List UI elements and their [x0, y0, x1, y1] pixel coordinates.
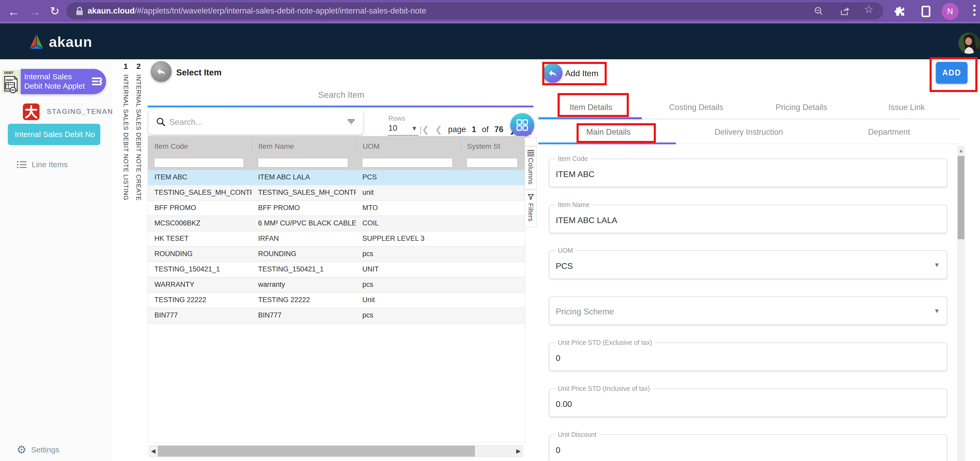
rows-per-page-select[interactable]: 10 [388, 123, 397, 133]
zoom-out-icon[interactable] [814, 6, 824, 16]
line-items-label: Line Items [32, 160, 68, 169]
columns-tab[interactable]: Columns [525, 146, 537, 189]
scroll-right-icon[interactable]: ▶ [516, 445, 521, 457]
vertical-scrollbar[interactable]: ▲ [957, 145, 965, 461]
items-table: Item Code Item Name UOM System St ITEM A… [148, 136, 525, 443]
url-path: /#/applets/tnt/wavelet/erp/internal-sale… [135, 6, 426, 15]
sidebar-doc-button[interactable]: Internal Sales Debit No [8, 124, 100, 145]
sidebar-item-applet[interactable]: Internal Sales Debit Note Applet [21, 69, 106, 94]
grid-icon [515, 118, 529, 132]
unit-price-excl-field[interactable]: Unit Price STD (Exclusive of tax) 0 [549, 343, 947, 371]
back-button[interactable] [151, 61, 172, 82]
filter-input-system-status[interactable] [467, 158, 517, 167]
table-row[interactable]: TESTING_150421_1TESTING_150421_1UNIT [148, 262, 525, 278]
dropdown-caret-icon: ▼ [934, 307, 940, 314]
browser-forward-icon[interactable]: → [29, 3, 41, 21]
filter-funnel-icon [527, 193, 535, 201]
search-input[interactable] [169, 113, 331, 131]
side-panel-icon[interactable] [921, 6, 930, 17]
table-row[interactable]: BIN777BIN777pcs [148, 308, 525, 324]
debit-note-applet-icon: DEBIT DEBIT [2, 70, 21, 94]
sidebar-item-line-items[interactable]: Line Items [17, 160, 68, 169]
search-icon [156, 117, 166, 127]
columns-label: Columns [527, 158, 535, 185]
page-word: page [448, 125, 466, 134]
column-header[interactable]: Item Name [251, 136, 356, 156]
search-box [148, 110, 363, 134]
tab-number: 1 [119, 62, 132, 71]
field-value: ITEM ABC [556, 169, 595, 179]
table-row[interactable]: BFF PROMOBFF PROMOMTO [148, 201, 525, 216]
workspace-tab-create[interactable]: 2 INTERNAL SALES DEBIT NOTE CREATE [132, 59, 146, 461]
sidebar: DEBIT DEBIT Internal Sales Debit Note Ap… [0, 59, 113, 461]
akaun-logo-icon [28, 34, 45, 49]
scroll-up-icon[interactable]: ▲ [957, 145, 965, 155]
pricing-scheme-select[interactable]: Pricing Scheme ▼ [549, 297, 947, 325]
tab-costing-details[interactable]: Costing Details [644, 96, 749, 119]
filter-input-uom[interactable] [362, 158, 453, 167]
select-item-panel: Select Item Search Item Rows 10 ▼ |❮ ❮ p… [145, 59, 538, 461]
dropdown-caret-icon: ▼ [934, 261, 940, 269]
horizontal-scrollbar-thumb[interactable] [158, 446, 475, 456]
rows-select-underline [388, 135, 418, 136]
tab-issue-link[interactable]: Issue Link [854, 96, 959, 119]
browser-menu-icon[interactable] [973, 5, 975, 16]
column-header[interactable]: UOM [356, 136, 460, 156]
address-bar[interactable]: akaun.cloud/#/applets/tnt/wavelet/erp/in… [66, 2, 883, 19]
table-row[interactable]: ROUNDINGROUNDINGpcs [148, 247, 525, 262]
table-row[interactable]: TESTING_SALES_MH_CONTRACTTESTING_SALES_M… [148, 185, 525, 201]
uom-select[interactable]: UOM PCS ▼ [549, 250, 947, 279]
unit-price-incl-field[interactable]: Unit Price STD (Inclusive of tax) 0.00 [549, 388, 947, 417]
workspace-tab-listing[interactable]: 1 INTERNAL SALES DEBIT NOTE LISTING [119, 59, 132, 461]
browser-toolbar: ← → ↻ akaun.cloud/#/applets/tnt/wavelet/… [0, 0, 980, 23]
browser-back-icon[interactable]: ← [8, 3, 20, 21]
table-row[interactable]: TESTING 22222TESTING 22222Unit [148, 293, 525, 308]
tenant-icon[interactable] [23, 104, 40, 120]
field-placeholder: Pricing Scheme [556, 307, 614, 316]
prev-page-icon[interactable]: ❮ [435, 124, 442, 135]
section-title: Search Item [145, 90, 538, 100]
strip-spacer [525, 137, 537, 146]
unit-discount-field[interactable]: Unit Discount 0 [549, 434, 947, 461]
filter-list-icon[interactable] [347, 117, 356, 127]
collapse-menu-icon[interactable] [91, 76, 102, 87]
rows-caret-icon[interactable]: ▼ [411, 125, 417, 132]
field-value: 0 [556, 445, 560, 455]
of-word: of [482, 125, 489, 134]
extensions-puzzle-icon[interactable] [894, 5, 906, 17]
table-row[interactable]: MCSC006BKZ6 MM² CU/PVC BLACK CABLE 1...C… [148, 216, 525, 231]
table-row[interactable]: ITEM ABCITEM ABC LALAPCS [148, 170, 525, 185]
item-name-field[interactable]: Item Name ITEM ABC LALA [549, 205, 947, 233]
filter-input-item-code[interactable] [154, 158, 244, 167]
table-header-row: Item Code Item Name UOM System St [148, 136, 525, 156]
grid-view-button[interactable] [510, 113, 534, 137]
user-photo-avatar[interactable] [958, 32, 980, 54]
browser-reload-icon[interactable]: ↻ [50, 2, 59, 20]
table-row[interactable]: HK TESETIRFANSUPPLER LEVEL 3 [148, 231, 525, 247]
horizontal-scrollbar[interactable]: ◀ ▶ [149, 445, 523, 457]
scroll-left-icon[interactable]: ◀ [151, 445, 156, 457]
share-icon[interactable] [840, 6, 850, 16]
tab-label: INTERNAL SALES DEBIT NOTE CREATE [135, 74, 142, 201]
lock-icon [76, 7, 83, 16]
column-header[interactable]: Item Code [148, 136, 251, 156]
filter-input-item-name[interactable] [258, 158, 348, 167]
svg-text:DEBIT: DEBIT [6, 79, 14, 81]
vertical-scrollbar-thumb[interactable] [958, 156, 964, 239]
bookmark-star-icon[interactable]: ☆ [864, 3, 874, 16]
sidebar-item-settings[interactable]: ⚙ Settings [17, 443, 59, 456]
tab-department[interactable]: Department [819, 122, 959, 142]
column-header[interactable]: System St [460, 136, 525, 156]
field-label: Unit Discount [555, 431, 599, 439]
tab-delivery-instruction[interactable]: Delivery Instruction [679, 122, 819, 142]
first-page-icon[interactable]: |❮ [420, 124, 429, 135]
active-tab-underline [538, 117, 642, 120]
logo-text: akaun [49, 33, 92, 50]
item-code-field[interactable]: Item Code ITEM ABC [549, 159, 947, 187]
table-row[interactable]: WARRANTYwarrantypcs [148, 278, 525, 293]
tab-pricing-details[interactable]: Pricing Details [749, 96, 854, 119]
filters-tab[interactable]: Filters [525, 190, 537, 227]
add-item-panel: Add Item ADD Item Details Costing Detail… [538, 59, 980, 461]
gear-icon: ⚙ [17, 443, 27, 456]
browser-profile-avatar[interactable]: N [942, 3, 959, 20]
